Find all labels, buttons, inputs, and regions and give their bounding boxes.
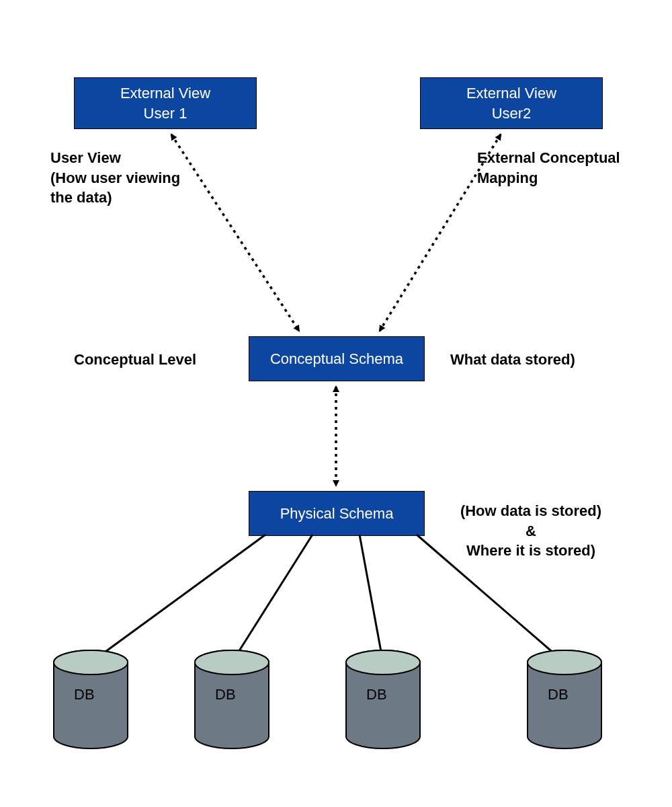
external-view-user2-line1: External View — [466, 83, 556, 104]
how-data-stored-label: (How data is stored) & Where it is store… — [444, 501, 618, 561]
svg-point-1 — [54, 650, 128, 675]
external-view-user1-line1: External View — [120, 83, 210, 104]
user-view-line3: the data) — [50, 188, 218, 208]
db-cylinder-1: DB — [54, 650, 128, 748]
ext-concept-map-line2: Mapping — [477, 168, 652, 188]
svg-point-6 — [528, 650, 601, 675]
svg-point-0 — [54, 650, 128, 675]
external-view-user2-box: External View User2 — [420, 77, 603, 129]
line-physical-to-db3 — [360, 535, 383, 662]
physical-schema-box: Physical Schema — [249, 491, 425, 536]
svg-point-5 — [346, 650, 420, 675]
external-conceptual-mapping-label: External Conceptual Mapping — [477, 148, 652, 188]
user-view-line2: (How user viewing — [50, 168, 218, 188]
line-physical-to-db2 — [232, 535, 312, 662]
external-view-user2-line2: User2 — [492, 104, 532, 124]
user-view-label: User View (How user viewing the data) — [50, 148, 218, 208]
conceptual-level-text: Conceptual Level — [74, 351, 196, 368]
db-cylinder-2: DB — [195, 650, 269, 748]
conceptual-schema-label: Conceptual Schema — [270, 349, 403, 369]
db-3-label: DB — [366, 686, 387, 703]
how-stored-line1: (How data is stored) — [444, 501, 618, 521]
conceptual-level-label: Conceptual Level — [74, 350, 196, 370]
ext-concept-map-line1: External Conceptual — [477, 148, 652, 168]
db-cylinder-4: DB — [528, 650, 601, 748]
line-physical-to-db1 — [91, 535, 265, 662]
what-data-stored-label: What data stored) — [450, 350, 575, 370]
db-2-label: DB — [215, 686, 236, 703]
db-4-label: DB — [548, 686, 569, 703]
db-1-label: DB — [74, 686, 95, 703]
conceptual-schema-box: Conceptual Schema — [249, 336, 425, 381]
svg-point-7 — [528, 650, 601, 675]
external-view-user1-box: External View User 1 — [74, 77, 257, 129]
svg-point-3 — [195, 650, 269, 675]
user-view-line1: User View — [50, 148, 218, 168]
physical-schema-label: Physical Schema — [280, 504, 394, 524]
what-data-stored-text: What data stored) — [450, 351, 575, 368]
svg-point-4 — [346, 650, 420, 675]
how-stored-line3: Where it is stored) — [444, 541, 618, 561]
external-view-user1-line2: User 1 — [144, 104, 187, 124]
db-cylinder-3: DB — [346, 650, 420, 748]
svg-point-2 — [195, 650, 269, 675]
how-stored-line2: & — [444, 521, 618, 541]
